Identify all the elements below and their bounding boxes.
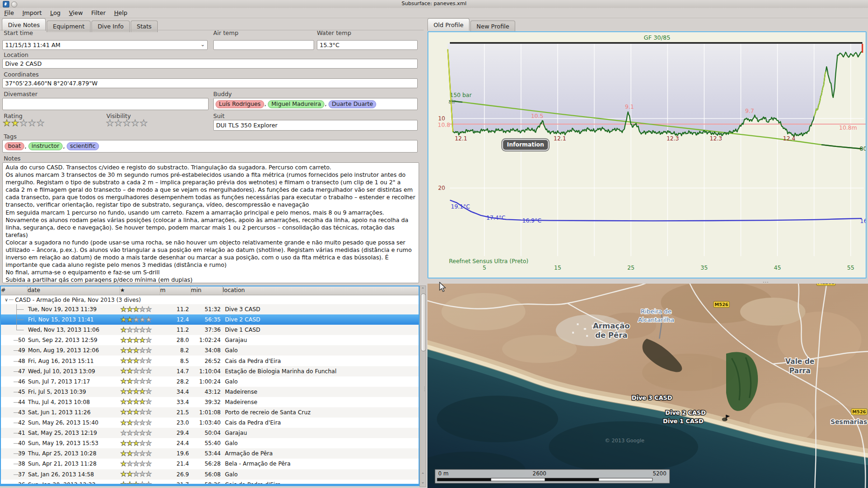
table-row[interactable]: 45Fri, Jul 5, 2013 10:39★★★★★34.443:12Ma… (1, 387, 419, 397)
menu-item-import[interactable]: Import (18, 8, 46, 16)
column-header-m[interactable]: m (160, 286, 190, 295)
table-row[interactable]: 40Sun, May 19, 2013 15:53★★★★★24.455:40G… (1, 438, 419, 448)
tag-pill[interactable]: boat (5, 142, 24, 150)
dive-location: Madeirense (222, 399, 419, 405)
dive-date: Sun, Jul 7, 2013 17:17 (27, 378, 119, 385)
scroll-down-icon[interactable]: ⌄ (420, 479, 425, 485)
start-time-combo[interactable]: ⌄ (2, 40, 208, 50)
menu-item-view[interactable]: View (65, 8, 87, 16)
table-row[interactable]: 46Sun, Jul 7, 2013 17:17★★★★★28.21:00:24… (1, 376, 419, 387)
tags-input[interactable]: boat,instructor,scientific (2, 140, 418, 153)
menu-item-file[interactable]: File (0, 8, 18, 16)
tab-dive-info[interactable]: Dive Info (91, 21, 130, 32)
rating-stars[interactable]: ★★★★★ (3, 119, 45, 127)
scale-zero-label: 0 m (438, 470, 448, 477)
dive-list-header[interactable]: #date★mminlocation (1, 286, 419, 295)
air-temp-input[interactable] (213, 40, 314, 50)
dive-location: Garajau (222, 337, 419, 343)
scrollbar-thumb[interactable] (421, 293, 426, 351)
table-row[interactable]: 36Sun, Jan 20, 2013 12:33★★★★★21.758:36C… (1, 480, 419, 486)
dive-duration: 51:32 (190, 306, 222, 313)
table-row[interactable]: 48Fri, Aug 16, 2013 15:11★★★★★8.526:52Ca… (1, 356, 419, 366)
max-depth-annotation: 12.1 (455, 135, 467, 142)
column-header-★[interactable]: ★ (119, 286, 160, 295)
menu-item-help[interactable]: Help (110, 8, 132, 16)
dive-rating: ★★★★★ (119, 388, 160, 395)
chevron-down-icon[interactable]: ⌄ (201, 42, 205, 48)
coordinates-label: Coordinates (4, 71, 39, 78)
buddy-input[interactable]: Luís Rodrigues,Miguel Madureira,Duarte D… (213, 98, 418, 110)
vertical-splitter-handle[interactable]: ··· (424, 386, 426, 392)
dive-list: #date★mminlocation ∨CASD - Armação de Pê… (0, 286, 420, 486)
dive-location: Cais da Pedra d'Eira (222, 481, 419, 486)
column-header-date[interactable]: date (27, 286, 119, 295)
dive-duration: 1:10:04 (190, 368, 222, 375)
tag-pill[interactable]: scientific (67, 142, 99, 150)
column-header-location[interactable]: location (222, 286, 419, 295)
table-row[interactable]: 50Sun, Sep 22, 2013 12:59★★★★★28.01:02:2… (1, 335, 419, 345)
map-town-area (556, 314, 626, 346)
scroll-up2-icon[interactable]: ⌃ (420, 472, 425, 478)
table-row[interactable]: 37Sat, Jan 26, 2013 14:58★★★★★26.956:08G… (1, 469, 419, 480)
location-label: Location (4, 51, 28, 58)
dive-label: Dive 3 CASD (632, 394, 672, 401)
dive-rating: ★★★★★ (119, 327, 160, 334)
table-row[interactable]: 44Thu, Jul 4, 2013 10:08★★★★★33.439:32Ma… (1, 397, 419, 407)
menu-item-filter[interactable]: Filter (87, 8, 110, 16)
menu-item-log[interactable]: Log (46, 8, 64, 16)
dive-location: Estação de Biologia Marinha do Funchal (222, 368, 419, 375)
dive-date: Tue, Nov 19, 2013 11:39 (27, 306, 119, 313)
column-header-#[interactable]: # (1, 286, 27, 295)
dive-label: Dive 1 CASD (663, 418, 704, 425)
table-row[interactable]: Tue, Nov 19, 2013 11:39★★★★★11.251:32Div… (1, 304, 419, 314)
tab-equipment[interactable]: Equipment (47, 21, 91, 32)
dive-rating: ★★★★★ (119, 368, 160, 375)
dive-rating: ★★★★★ (119, 409, 160, 416)
dive-date: Wed, Jul 10, 2013 13:09 (27, 368, 119, 375)
table-row[interactable]: 49Mon, Aug 19, 2013 12:06★★★★★8.234:08Ga… (1, 345, 419, 356)
tab-old-profile[interactable]: Old Profile (427, 18, 469, 31)
table-row[interactable]: Wed, Nov 13, 2013 11:06★★★★★11.237:36Div… (1, 325, 419, 335)
buddy-pill[interactable]: Luís Rodrigues (216, 100, 264, 108)
table-row[interactable]: 47Wed, Jul 10, 2013 13:09★★★★★14.71:10:0… (1, 366, 419, 376)
collapse-chevron-icon[interactable]: ∨ (5, 297, 8, 302)
dive-location: Galo (222, 378, 419, 385)
table-row[interactable]: 43Sat, Jun 1, 2013 11:26★★★★★21.51:01:08… (1, 407, 419, 418)
coordinates-input[interactable] (2, 78, 418, 88)
table-row[interactable]: 42Sun, May 26, 2013 15:40★★★★★23.01:03:4… (1, 418, 419, 428)
table-row[interactable]: 41Sat, May 25, 2013 12:19★★★★★29.450:04G… (1, 428, 419, 438)
notes-textarea[interactable]: Aula do curso CASD. Transectos c/video e… (2, 162, 419, 283)
map-panel[interactable]: Armaçãode PêraRibeira deAlcantarilhaVale… (427, 284, 868, 488)
dive-rating: ★★★★★ (119, 440, 160, 447)
location-input[interactable] (2, 59, 418, 69)
table-row[interactable]: 39Thu, Apr 25, 2013 10:28★★★★★19.653:44A… (1, 448, 419, 459)
tag-pill[interactable]: instructor (28, 142, 63, 150)
start-time-input[interactable] (2, 40, 208, 50)
gradient-factor-label: GF 30/85 (644, 34, 671, 41)
tab-stats[interactable]: Stats (131, 21, 158, 32)
dive-date: Wed, Nov 13, 2013 11:06 (27, 327, 119, 333)
dive-trip-group-row[interactable]: ∨CASD - Armação de Pêra, Nov 2013 (3 div… (1, 295, 419, 304)
dive-date: Sun, Jan 20, 2013 12:33 (27, 481, 119, 486)
table-row-selected[interactable]: Fri, Nov 15, 2013 11:41★★★★★12.456:35Div… (1, 314, 419, 325)
dive-duration: 1:00:24 (190, 378, 222, 385)
divemaster-input[interactable] (2, 98, 209, 110)
buddy-pill[interactable]: Miguel Madureira (268, 100, 324, 108)
suit-input[interactable] (213, 120, 418, 131)
dive-location: Garajau (222, 430, 419, 436)
svg-text:10.8: 10.8 (438, 122, 450, 128)
title-bar[interactable]: Subsurface: paneves.xml (0, 0, 868, 8)
tab-dive-notes[interactable]: Dive Notes (2, 18, 46, 31)
column-header-min[interactable]: min (190, 286, 222, 295)
dive-profile-panel[interactable]: 10.810.8m150 barair8019.1°C17.4°C16.9°C1… (427, 31, 867, 279)
dive-depth: 28.2 (160, 378, 190, 385)
subsurface-window: Subsurface: paneves.xml FileImportLogVie… (0, 0, 868, 488)
table-row[interactable]: 38Sun, Apr 21, 2013 11:28★★★★★21.456:28B… (1, 459, 419, 469)
scroll-up-icon[interactable]: ⌃ (420, 286, 425, 293)
visibility-stars[interactable]: ★★★★★ (106, 119, 148, 127)
depth-axis-tick: 10 (438, 115, 445, 122)
water-temp-input[interactable] (317, 40, 418, 50)
buddy-pill[interactable]: Duarte Duarte (329, 100, 376, 108)
tab-new-profile[interactable]: New Profile (470, 21, 515, 32)
depth-axis-tick: 20 (438, 185, 445, 191)
